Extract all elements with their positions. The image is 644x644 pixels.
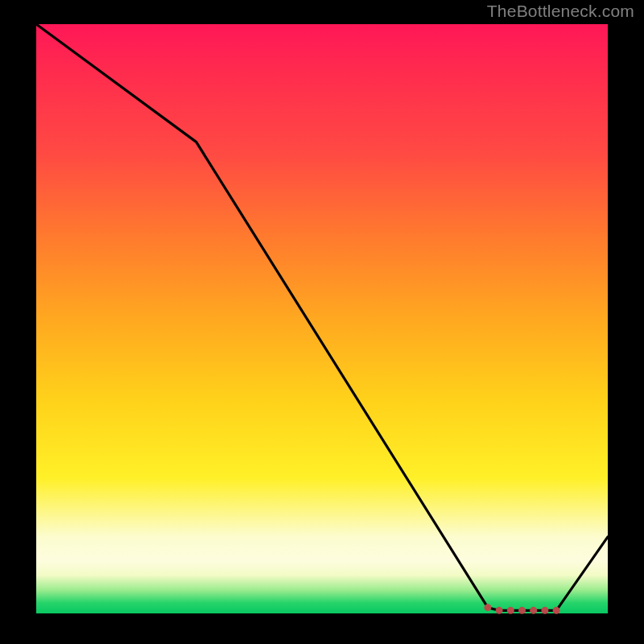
highlight-point: [530, 607, 537, 614]
attribution-text: TheBottleneck.com: [487, 2, 634, 21]
highlight-point: [484, 604, 491, 611]
highlight-point: [553, 607, 560, 614]
highlight-point: [507, 607, 514, 614]
curve-line: [36, 24, 608, 610]
highlight-point: [496, 607, 503, 614]
highlight-point: [518, 607, 526, 614]
chart-frame: TheBottleneck.com: [0, 0, 644, 644]
plot-area: [36, 24, 608, 613]
highlight-point: [541, 607, 548, 614]
line-chart-svg: [36, 24, 608, 613]
